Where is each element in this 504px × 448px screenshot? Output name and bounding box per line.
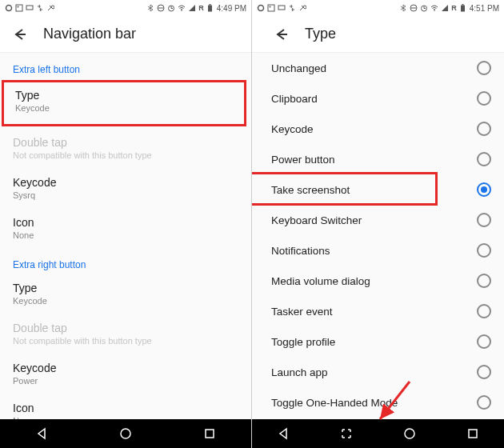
signal-icon — [188, 4, 196, 12]
pref-title: Keycode — [13, 362, 238, 374]
radio-button-icon[interactable] — [477, 91, 491, 106]
pref-sub: None — [13, 416, 238, 419]
svg-point-2 — [18, 6, 19, 8]
wrench-icon — [46, 4, 54, 12]
navigation-bar — [252, 419, 504, 448]
pref-title: Double tap — [13, 136, 238, 149]
svg-point-24 — [434, 10, 435, 11]
page-title: Navigation bar — [43, 26, 136, 42]
status-bar: R 4:49 PM — [0, 0, 251, 16]
radio-button-icon[interactable] — [477, 243, 491, 258]
pref-keycode[interactable]: Keycode Power — [0, 354, 251, 394]
radio-button-icon[interactable] — [477, 152, 491, 166]
radio-option[interactable]: Toggle profile — [252, 326, 504, 357]
radio-button-icon[interactable] — [477, 122, 491, 136]
navigation-bar — [0, 419, 251, 448]
pref-doubletap: Double tap Not compatible with this butt… — [0, 314, 251, 354]
wrench-icon — [298, 4, 306, 12]
settings-list[interactable]: Extra left button Type Keycode Double ta… — [0, 53, 251, 419]
radio-button-icon[interactable] — [477, 274, 491, 288]
dnd-icon — [410, 4, 418, 12]
svg-rect-25 — [461, 6, 465, 12]
nav-back-button[interactable] — [26, 424, 58, 443]
pref-icon[interactable]: Icon None — [0, 394, 251, 419]
radio-option[interactable]: Notifications — [252, 235, 504, 266]
signal-icon — [441, 4, 449, 12]
radio-label: Keycode — [271, 123, 314, 135]
section-header: Extra right button — [0, 248, 251, 274]
monitor-icon — [278, 4, 286, 12]
svg-point-15 — [258, 6, 264, 11]
svg-point-0 — [6, 6, 12, 11]
svg-point-9 — [181, 10, 182, 11]
nav-home-button[interactable] — [394, 424, 426, 443]
radio-option[interactable]: Keyboard Switcher — [252, 205, 504, 235]
nav-recents-button[interactable] — [194, 424, 226, 443]
pref-sub: Sysrq — [13, 190, 238, 200]
svg-rect-26 — [462, 4, 464, 6]
section-header: Extra left button — [0, 53, 251, 78]
alarm-icon — [167, 4, 175, 12]
radio-label: Take screenshot — [271, 184, 350, 196]
radio-button-icon[interactable] — [477, 395, 491, 410]
back-button[interactable] — [271, 25, 290, 44]
radio-button-icon[interactable] — [477, 61, 491, 75]
radio-button-icon[interactable] — [477, 182, 491, 197]
radio-option[interactable]: Toggle One-Handed Mode — [252, 387, 504, 418]
pref-title: Icon — [13, 402, 238, 414]
pref-keycode[interactable]: Keycode Sysrq — [0, 168, 251, 208]
nav-recents-button[interactable] — [457, 424, 489, 443]
radio-option[interactable]: Tasker event — [252, 296, 504, 326]
radio-option[interactable]: Launch app — [252, 357, 504, 387]
battery-icon — [206, 4, 214, 12]
radio-label: Keyboard Switcher — [271, 214, 362, 226]
pref-type[interactable]: Type Keycode — [0, 274, 251, 314]
network-type: R — [198, 4, 204, 12]
radio-button-icon[interactable] — [477, 365, 491, 379]
svg-point-28 — [405, 429, 414, 438]
status-right-icons: R 4:51 PM — [399, 4, 499, 13]
svg-rect-3 — [26, 6, 33, 10]
pref-doubletap: Double tap Not compatible with this butt… — [0, 128, 251, 168]
image-icon — [15, 4, 23, 12]
pref-icon[interactable]: Icon None — [0, 208, 251, 248]
nav-back-button[interactable] — [267, 424, 299, 443]
radio-option[interactable]: Power button — [252, 144, 504, 174]
swap-icon — [288, 4, 296, 12]
radio-option[interactable]: Unchanged — [252, 53, 504, 83]
left-screenshot: R 4:49 PM Navigation bar Extra left butt… — [0, 0, 252, 448]
radio-label: Toggle One-Handed Mode — [271, 397, 398, 409]
pref-sub: Keycode — [13, 296, 238, 306]
radio-label: Unchanged — [271, 62, 326, 74]
radio-button-icon[interactable] — [477, 334, 491, 349]
monitor-icon — [26, 4, 34, 12]
radio-button-icon[interactable] — [477, 304, 491, 318]
radio-label: Notifications — [271, 245, 330, 257]
radio-label: Launch app — [271, 366, 328, 378]
clock: 4:51 PM — [470, 4, 499, 13]
back-button[interactable] — [10, 25, 29, 44]
network-type: R — [451, 4, 457, 12]
pref-sub: Not compatible with this button type — [13, 150, 238, 160]
svg-rect-10 — [208, 6, 212, 12]
pref-type[interactable]: Type Keycode — [2, 80, 246, 126]
dnd-icon — [157, 4, 165, 12]
image-icon — [267, 4, 275, 12]
alarm-icon — [420, 4, 428, 12]
nav-screenshot-button[interactable] — [330, 424, 362, 443]
radio-button-icon[interactable] — [477, 213, 491, 227]
bluetooth-icon — [146, 4, 154, 12]
pref-title: Type — [13, 282, 238, 294]
svg-point-13 — [121, 429, 130, 438]
pref-sub: Keycode — [15, 103, 233, 113]
bluetooth-icon — [399, 4, 407, 12]
nav-home-button[interactable] — [110, 424, 142, 443]
radio-option[interactable]: Clipboard — [252, 83, 504, 114]
radio-list[interactable]: UnchangedClipboardKeycodePower buttonTak… — [252, 53, 504, 419]
radio-option[interactable]: Media volume dialog — [252, 266, 504, 296]
radio-label: Clipboard — [271, 93, 318, 105]
right-screenshot: R 4:51 PM Type UnchangedClipboardKeycode… — [252, 0, 504, 448]
radio-option[interactable]: Keycode — [252, 114, 504, 144]
radio-option[interactable]: Take screenshot — [252, 174, 504, 205]
svg-rect-16 — [268, 5, 274, 11]
